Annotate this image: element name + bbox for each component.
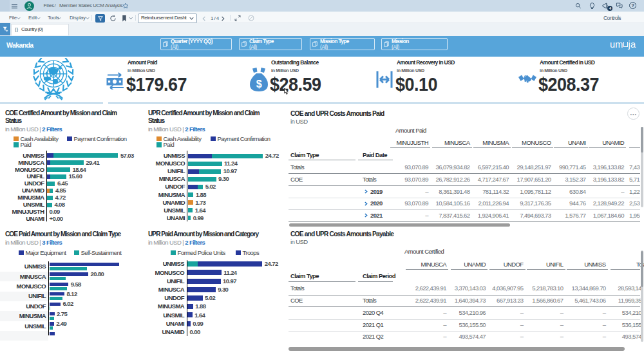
- svg-text:$: $: [256, 79, 262, 89]
